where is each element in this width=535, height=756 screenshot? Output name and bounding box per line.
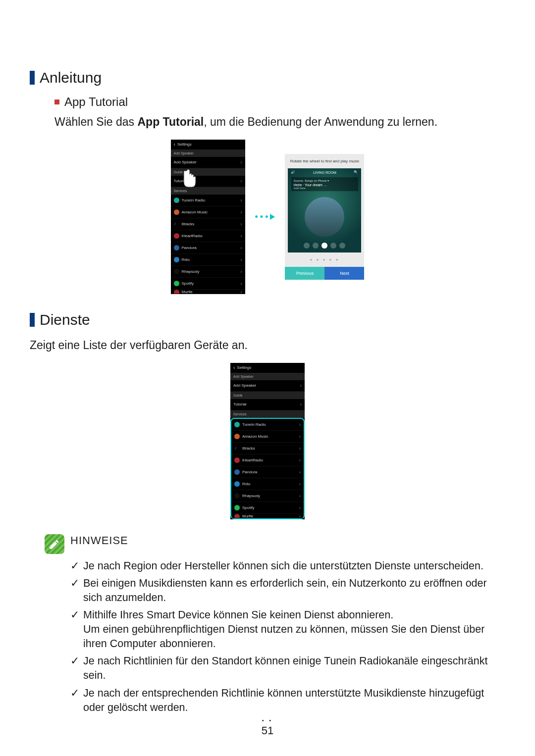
screenshot-settings: ‹ Settings Add Speaker Add Speaker › Gui… xyxy=(171,140,245,294)
chevron-right-icon: › xyxy=(299,505,301,510)
service-label: Rdio xyxy=(242,482,299,486)
screenshot-dienste: ‹ Settings Add Speaker Add Speaker › Gui… xyxy=(230,363,305,519)
row-tutorial-label: Tutorial xyxy=(174,179,241,183)
service-row: ♪8tracks› xyxy=(231,443,304,454)
service-icon xyxy=(174,257,179,262)
speaker-icon: 🔊 xyxy=(291,170,295,174)
service-label: Murfie xyxy=(182,290,241,294)
service-icon xyxy=(174,198,179,203)
service-icon xyxy=(234,493,240,499)
service-label: Rhapsody xyxy=(242,494,299,498)
chevron-right-icon: › xyxy=(240,290,242,294)
text-pre: Wählen Sie das xyxy=(54,115,137,128)
subheading-app-tutorial: App Tutorial xyxy=(54,95,505,109)
note-item: ✓Bei einigen Musikdiensten kann es erfor… xyxy=(70,576,505,605)
service-row: Rdio› xyxy=(171,254,245,266)
nowplaying-label: Hebe · Your dream … xyxy=(294,183,356,187)
note-item: ✓Mithilfe Ihres Smart Device können Sie … xyxy=(70,608,505,651)
service-label: Rdio xyxy=(182,258,241,262)
note-text: Je nach Region oder Hersteller können si… xyxy=(83,559,483,573)
back-icon: ‹ xyxy=(174,142,175,147)
service-icon xyxy=(174,290,179,294)
next-button: Next xyxy=(324,267,364,280)
chevron-right-icon: › xyxy=(240,257,242,262)
service-label: Pandora xyxy=(182,246,241,250)
service-row: Amazon Music› xyxy=(231,431,304,443)
settings-header: ‹ Settings xyxy=(171,140,245,150)
search-icon: 🔍 xyxy=(354,170,358,174)
service-row: Spotify› xyxy=(231,502,304,514)
chevron-right-icon: › xyxy=(299,434,301,439)
row-addspeaker: Add Speaker › xyxy=(171,157,245,168)
service-label: iHeartRadio xyxy=(242,458,299,462)
chevron-right-icon: › xyxy=(240,222,242,227)
service-row: Rdio› xyxy=(231,478,304,490)
notes-icon xyxy=(45,534,64,554)
page-dots: • • xyxy=(0,718,535,723)
service-label: TuneIn Radio xyxy=(182,199,241,202)
text-post: , um die Bedienung der Anwendung zu lern… xyxy=(204,115,437,128)
service-label: Spotify xyxy=(182,282,241,286)
album-wheel xyxy=(305,197,344,237)
service-row: Pandora› xyxy=(231,466,304,478)
note-text: Mithilfe Ihres Smart Device können Sie k… xyxy=(83,608,505,651)
row-tutorial: Tutorial › xyxy=(230,399,305,410)
chevron-right-icon: › xyxy=(299,494,301,499)
chevron-right-icon: › xyxy=(240,269,242,274)
tutorial-tip: Rotate the wheel to find and play music xyxy=(285,154,364,168)
chevron-right-icon: › xyxy=(299,458,301,463)
service-label: Amazon Music xyxy=(242,435,299,439)
chevron-right-icon: › xyxy=(299,514,301,518)
settings-title: Settings xyxy=(177,143,192,147)
prev-button: Previous xyxy=(285,267,324,280)
service-row: TuneIn Radio› xyxy=(171,195,245,206)
row-tutorial-label: Tutorial xyxy=(233,403,300,406)
chevron-right-icon: › xyxy=(240,210,242,215)
heading-bar xyxy=(30,71,35,85)
row-addspeaker-label: Add Speaker xyxy=(233,384,300,388)
service-label: TuneIn Radio xyxy=(242,423,299,427)
service-icon: ♪ xyxy=(234,446,240,451)
note-item: ✓Je nach Region oder Hersteller können s… xyxy=(70,559,505,573)
service-row: Amazon Music› xyxy=(171,206,245,218)
service-row: iHeartRadio› xyxy=(231,454,304,466)
service-label: Rhapsody xyxy=(182,270,241,274)
service-icon xyxy=(234,434,240,439)
service-row: Rhapsody› xyxy=(231,490,304,502)
service-row: Spotify› xyxy=(171,278,245,290)
back-icon: ‹ xyxy=(233,365,235,370)
service-icon xyxy=(234,505,240,510)
note-text: Bei einigen Musikdiensten kann es erford… xyxy=(83,576,505,605)
service-row: Murfie› xyxy=(171,290,245,294)
text-bold: App Tutorial xyxy=(137,115,204,128)
service-row: ♪8tracks› xyxy=(171,218,245,230)
note-text: Je nach der entsprechenden Richtlinie kö… xyxy=(83,686,505,715)
check-icon: ✓ xyxy=(70,608,79,651)
check-icon: ✓ xyxy=(70,686,79,715)
section-addspeaker: Add Speaker xyxy=(171,150,245,157)
chevron-right-icon: › xyxy=(240,234,242,239)
source-label: Source: Songs on Phone ▾ xyxy=(294,179,356,182)
heading-anleitung-text: Anleitung xyxy=(40,69,102,86)
notes-list: ✓Je nach Region oder Hersteller können s… xyxy=(70,559,505,714)
app-tutorial-description: Wählen Sie das App Tutorial, um die Bedi… xyxy=(54,114,505,130)
service-icon: ♪ xyxy=(174,221,179,227)
service-label: 8tracks xyxy=(242,447,299,451)
heading-dienste-text: Dienste xyxy=(40,311,90,328)
row-tutorial: Tutorial › xyxy=(171,176,245,187)
service-icon xyxy=(234,469,240,475)
check-icon: ✓ xyxy=(70,576,79,605)
heading-anleitung: Anleitung xyxy=(30,69,505,86)
dienste-description: Zeigt eine Liste der verfügbaren Geräte … xyxy=(30,337,505,353)
heading-bar xyxy=(30,313,35,327)
note-text: Je nach Richtlinien für den Standort kön… xyxy=(83,654,505,683)
chevron-right-icon: › xyxy=(299,482,301,487)
chevron-right-icon: › xyxy=(299,470,301,475)
service-row: Pandora› xyxy=(171,242,245,254)
settings-title: Settings xyxy=(237,366,251,370)
subheading-app-tutorial-text: App Tutorial xyxy=(64,95,128,109)
transition-arrow-icon: ••• xyxy=(255,212,275,222)
section-guide: Guide xyxy=(230,392,305,399)
service-label: Murfie xyxy=(242,514,299,518)
service-row: iHeartRadio› xyxy=(171,230,245,242)
